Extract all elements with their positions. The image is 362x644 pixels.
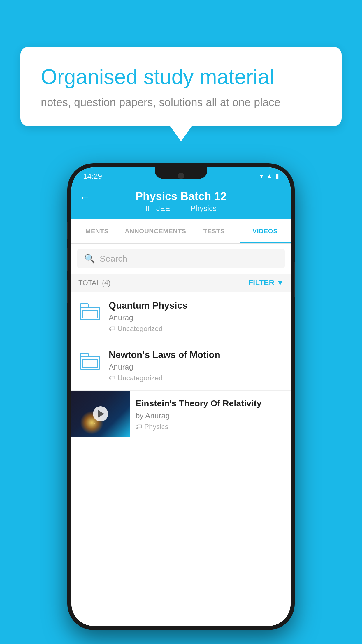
tag-label: Uncategorized	[117, 325, 163, 333]
play-triangle-icon	[98, 410, 104, 418]
search-bar[interactable]: 🔍 Search	[77, 249, 285, 268]
tab-videos[interactable]: VIDEOS	[240, 219, 291, 243]
video-list: Quantum Physics Anurag 🏷 Uncategorized	[71, 292, 291, 626]
subtitle-separator	[179, 204, 183, 213]
video-tag: 🏷 Uncategorized	[109, 325, 284, 333]
einstein-info: Einstein's Theory Of Relativity by Anura…	[130, 391, 291, 438]
video-info: Newton's Laws of Motion Anurag 🏷 Uncateg…	[109, 349, 284, 382]
phone-side-btn-left2	[67, 248, 68, 271]
status-time: 14:29	[83, 172, 102, 181]
search-icon: 🔍	[84, 253, 95, 264]
filter-label: FILTER	[248, 278, 274, 287]
play-button[interactable]	[93, 406, 108, 421]
folder-icon	[80, 353, 100, 370]
header-title: Physics Batch 12	[136, 190, 227, 203]
folder-icon-wrap	[78, 349, 102, 373]
search-placeholder: Search	[100, 254, 127, 264]
video-info: Quantum Physics Anurag 🏷 Uncategorized	[109, 300, 284, 333]
header-subtitle: IIT JEE Physics	[142, 204, 220, 213]
subtitle-physics: Physics	[190, 204, 217, 213]
tab-announcements[interactable]: ANNOUNCEMENTS	[122, 219, 189, 243]
phone-frame: 14:29 ▾ ▲ ▮ ← Physics Batch 12 IIT JEE P…	[67, 163, 295, 630]
folder-icon	[80, 303, 100, 320]
video-author: Anurag	[109, 363, 284, 372]
signal-icon: ▲	[266, 172, 273, 180]
tab-ments[interactable]: MENTS	[71, 219, 122, 243]
tag-icon: 🏷	[109, 325, 115, 332]
video-tag: 🏷 Physics	[136, 423, 285, 431]
phone-side-btn-left	[67, 222, 68, 239]
bubble-subtitle: notes, question papers, solutions all at…	[41, 96, 321, 109]
filter-funnel-icon: ▼	[277, 279, 284, 287]
back-button[interactable]: ←	[80, 191, 90, 204]
video-title: Newton's Laws of Motion	[109, 349, 284, 360]
phone-side-btn-left3	[67, 280, 68, 303]
subtitle-iitjee: IIT JEE	[145, 204, 170, 213]
filter-row: TOTAL (4) FILTER ▼	[71, 274, 291, 292]
list-item[interactable]: Quantum Physics Anurag 🏷 Uncategorized	[71, 292, 291, 341]
phone-notch	[155, 167, 207, 179]
filter-button[interactable]: FILTER ▼	[248, 278, 284, 287]
tab-tests[interactable]: TESTS	[189, 219, 240, 243]
app-header: ← Physics Batch 12 IIT JEE Physics	[71, 185, 291, 219]
video-author: Anurag	[109, 313, 284, 322]
list-item[interactable]: Newton's Laws of Motion Anurag 🏷 Uncateg…	[71, 341, 291, 391]
total-count: TOTAL (4)	[78, 279, 110, 287]
phone-camera	[178, 173, 184, 179]
search-bar-container: 🔍 Search	[71, 244, 291, 274]
video-title: Einstein's Theory Of Relativity	[136, 398, 285, 409]
phone-screen: 14:29 ▾ ▲ ▮ ← Physics Batch 12 IIT JEE P…	[71, 167, 291, 626]
tag-icon: 🏷	[136, 423, 142, 430]
phone-side-btn-right	[294, 262, 295, 298]
status-icons: ▾ ▲ ▮	[260, 172, 279, 180]
tag-label: Uncategorized	[117, 374, 163, 382]
video-thumbnail	[71, 391, 130, 437]
bubble-title: Organised study material	[41, 64, 321, 89]
speech-bubble: Organised study material notes, question…	[20, 47, 342, 126]
list-item[interactable]: Einstein's Theory Of Relativity by Anura…	[71, 391, 291, 438]
video-tag: 🏷 Uncategorized	[109, 374, 284, 382]
video-author: by Anurag	[136, 411, 285, 420]
video-title: Quantum Physics	[109, 300, 284, 311]
wifi-icon: ▾	[260, 172, 263, 180]
tabs-bar: MENTS ANNOUNCEMENTS TESTS VIDEOS	[71, 219, 291, 244]
tag-label: Physics	[144, 423, 168, 431]
tag-icon: 🏷	[109, 374, 115, 382]
folder-icon-wrap	[78, 300, 102, 323]
battery-icon: ▮	[275, 172, 279, 180]
